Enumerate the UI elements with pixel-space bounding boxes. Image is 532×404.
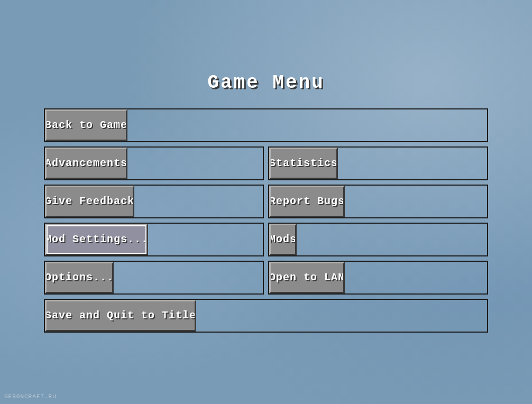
row-options-lan: Options... Open to LAN <box>44 261 488 295</box>
back-to-game-button[interactable]: Back to Game <box>45 109 127 141</box>
row-feedback-bugs: Give Feedback Report Bugs <box>44 185 488 218</box>
mods-button[interactable]: Mods <box>269 224 297 255</box>
report-bugs-button[interactable]: Report Bugs <box>269 186 345 217</box>
menu-wrapper: Back to Game Advancements Statistics Giv… <box>44 108 488 333</box>
mods-wrapper: Mods <box>268 223 488 256</box>
open-to-lan-button[interactable]: Open to LAN <box>269 262 345 293</box>
open-to-lan-wrapper: Open to LAN <box>268 261 488 295</box>
statistics-wrapper: Statistics <box>268 146 488 180</box>
mod-settings-wrapper: Mod Settings... <box>44 223 264 256</box>
row-advancements-statistics: Advancements Statistics <box>44 146 488 180</box>
save-quit-button[interactable]: Save and Quit to Title <box>45 300 196 332</box>
row-mod-settings-mods: Mod Settings... Mods <box>44 223 488 256</box>
menu-container: Game Menu Back to Game Advancements Stat… <box>0 0 532 404</box>
give-feedback-button[interactable]: Give Feedback <box>45 186 134 217</box>
game-menu-title: Game Menu <box>207 72 324 94</box>
mod-settings-button[interactable]: Mod Settings... <box>45 224 148 255</box>
give-feedback-wrapper: Give Feedback <box>44 185 264 218</box>
advancements-wrapper: Advancements <box>44 146 264 180</box>
options-wrapper: Options... <box>44 261 264 295</box>
options-button[interactable]: Options... <box>45 262 114 293</box>
statistics-button[interactable]: Statistics <box>269 148 338 179</box>
back-to-game-wrapper: Back to Game <box>44 108 488 142</box>
save-quit-wrapper: Save and Quit to Title <box>44 299 488 333</box>
report-bugs-wrapper: Report Bugs <box>268 185 488 218</box>
advancements-button[interactable]: Advancements <box>45 148 127 179</box>
